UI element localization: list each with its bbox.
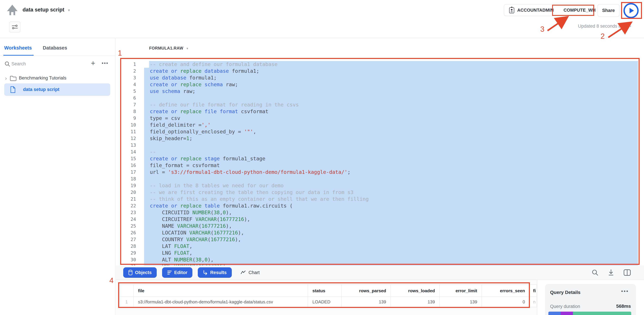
code-line: 10field_delimiter =',' [116, 122, 644, 128]
code-line-content: file_format = csvformat [144, 162, 638, 169]
line-number: 21 [116, 196, 144, 202]
role-badge: ACCOUNTADMIN [517, 8, 554, 13]
column-header[interactable]: error_limit [440, 285, 482, 297]
chart-toggle[interactable]: Chart [240, 270, 260, 275]
results-label: Results [210, 270, 227, 275]
chevron-right-icon[interactable]: › [5, 75, 7, 81]
table-cell: 139 [342, 297, 391, 307]
run-button[interactable] [624, 3, 638, 18]
download-icon[interactable] [608, 269, 614, 276]
context-selector[interactable]: ACCOUNTADMIN COMPUTE_WH [504, 4, 593, 16]
code-line-content: -- we are first creating the table then … [144, 189, 638, 196]
search-icon [4, 61, 10, 67]
line-number: 10 [116, 122, 144, 128]
home-icon[interactable] [6, 5, 18, 16]
line-number: 31 [116, 263, 144, 265]
results-table-header: filestatusrows_parsedrows_loadederror_li… [120, 285, 537, 297]
tab-databases[interactable]: Databases [43, 45, 67, 51]
line-number: 16 [116, 162, 144, 169]
title-caret-icon[interactable]: ▾ [68, 8, 70, 13]
share-button[interactable]: Share [598, 4, 620, 17]
code-line: 18 [116, 176, 644, 182]
line-number: 25 [116, 223, 144, 229]
code-line: 27 COUNTRY VARCHAR(16777216), [116, 236, 644, 243]
database-icon [128, 270, 133, 275]
column-header[interactable]: rows_loaded [391, 285, 440, 297]
code-line-content: -- [144, 149, 638, 155]
column-header[interactable]: rows_parsed [342, 285, 391, 297]
code-line: 1-- create and define our formula1 datab… [116, 61, 644, 68]
code-line-content: LOCATION VARCHAR(16777216), [144, 229, 638, 236]
line-number: 15 [116, 155, 144, 162]
tab-worksheets[interactable]: Worksheets [4, 45, 32, 51]
objects-label: Objects [135, 270, 152, 275]
query-details-panel: Query Details ••• Query duration 568ms [545, 284, 636, 315]
code-line-content [144, 95, 638, 101]
new-worksheet-button[interactable]: + [91, 59, 95, 67]
line-number: 1 [116, 61, 144, 68]
code-line: 22create or replace table formula1.raw.c… [116, 202, 644, 209]
query-details-title: Query Details [550, 290, 580, 295]
results-table[interactable]: filestatusrows_parsedrows_loadederror_li… [120, 284, 537, 307]
sql-editor[interactable]: 1-- create and define our formula1 datab… [116, 58, 644, 265]
line-number: 9 [116, 115, 144, 122]
chart-label: Chart [248, 270, 260, 275]
table-cell: LOADED [308, 297, 342, 307]
duration-segment [573, 312, 631, 315]
code-line: 2create or replace database formula1; [116, 68, 644, 75]
line-number: 24 [116, 216, 144, 223]
column-header[interactable] [120, 285, 134, 297]
folder-icon [10, 76, 16, 81]
line-number: 4 [116, 81, 144, 88]
annotation-label-1: 1 [118, 49, 122, 57]
worksheet-title[interactable]: data setup script [22, 7, 64, 13]
editor-toggle-button[interactable]: Editor [162, 267, 192, 278]
code-line-content: CIRCUITID NUMBER(38,0), [144, 209, 638, 216]
code-line: 17url = 's3://formula1-dbt-cloud-python-… [116, 169, 644, 176]
table-row[interactable]: 1s3://formula1-dbt-cloud-python-demo/for… [120, 297, 537, 307]
line-number: 18 [116, 176, 144, 182]
code-line: 21-- think of this as an empty container… [116, 196, 644, 202]
column-header[interactable]: fi [530, 285, 537, 297]
line-number: 27 [116, 236, 144, 243]
sidebar-item-folder[interactable]: › Benchmarking Tutorials [0, 74, 116, 84]
code-line: 23 CIRCUITID NUMBER(38,0), [116, 209, 644, 216]
objects-toggle-button[interactable]: Objects [123, 267, 157, 278]
search-input[interactable]: Search [12, 61, 26, 67]
code-line: 9type = csv [116, 115, 644, 122]
schema-context-caret-icon[interactable]: ▾ [186, 47, 188, 50]
code-line-content: COUNTRY VARCHAR(16777216), [144, 236, 638, 243]
results-panel: filestatusrows_parsedrows_loadederror_li… [116, 280, 537, 315]
code-line: 6 [116, 95, 644, 101]
updated-caret-icon[interactable]: ▾ [630, 24, 631, 28]
sidebar-item-worksheet-selected[interactable]: data setup script [4, 83, 110, 96]
line-number: 7 [116, 101, 144, 108]
query-duration-bar [548, 312, 631, 315]
code-line-content: use database formula1; [144, 75, 638, 81]
column-header[interactable]: errors_seen [482, 285, 530, 297]
line-number: 26 [116, 229, 144, 236]
code-line-content: -- think of this as an empty container o… [144, 196, 638, 202]
return-arrow-icon [203, 270, 208, 275]
search-results-icon[interactable] [592, 269, 598, 276]
split-view-icon[interactable] [624, 269, 631, 276]
code-line: 28 LAT FLOAT, [116, 243, 644, 250]
results-toggle-button[interactable]: Results [198, 267, 232, 278]
code-lines: 1-- create and define our formula1 datab… [116, 58, 644, 265]
line-number: 12 [116, 135, 144, 142]
schema-context-tab[interactable]: FORMULA1.RAW [149, 46, 183, 51]
code-line: 19-- load in the 8 tables we need for ou… [116, 182, 644, 189]
worksheet-search-row: Search + ••• [0, 60, 116, 69]
query-details-menu-button[interactable]: ••• [621, 288, 629, 294]
chart-line-icon [240, 270, 246, 275]
duration-segment [561, 312, 573, 315]
code-line-content: field_optionally_enclosed_by = '"', [144, 128, 638, 135]
column-header[interactable]: file [134, 285, 308, 297]
code-line: 16file_format = csvformat [116, 162, 644, 169]
filters-button[interactable] [9, 22, 20, 33]
code-line-content [144, 142, 638, 149]
code-line: 31 URL VARCHAR(16777216), [116, 263, 644, 265]
column-header[interactable]: status [308, 285, 342, 297]
sidebar-more-button[interactable]: ••• [102, 60, 108, 66]
code-line: 24 CIRCUITREF VARCHAR(16777216), [116, 216, 644, 223]
